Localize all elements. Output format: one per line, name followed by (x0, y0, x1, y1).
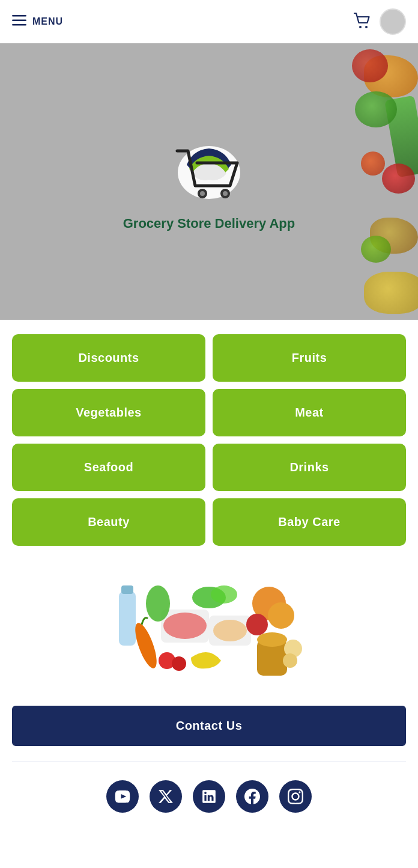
footer-divider (12, 762, 406, 762)
youtube-icon[interactable] (106, 780, 139, 813)
svg-rect-2 (12, 24, 26, 26)
grocery-image-section (0, 555, 418, 694)
svg-rect-0 (12, 15, 26, 17)
header: MENU (0, 0, 418, 43)
svg-point-14 (163, 613, 207, 639)
hamburger-icon (12, 15, 26, 28)
category-button-drinks[interactable]: Drinks (213, 444, 406, 491)
svg-point-3 (359, 26, 362, 28)
svg-rect-10 (119, 591, 136, 646)
svg-point-7 (200, 191, 205, 196)
cart-icon[interactable] (352, 11, 371, 32)
menu-label: MENU (32, 16, 63, 27)
food-decoration (316, 43, 418, 320)
category-button-vegetables[interactable]: Vegetables (12, 389, 205, 436)
svg-rect-1 (12, 20, 26, 22)
svg-point-19 (268, 602, 294, 629)
category-button-beauty[interactable]: Beauty (12, 498, 205, 546)
svg-point-26 (283, 653, 297, 668)
hero-content: Grocery Store Delivery App (123, 132, 295, 231)
category-button-fruits[interactable]: Fruits (213, 334, 406, 382)
category-button-discounts[interactable]: Discounts (12, 334, 205, 382)
hero-banner: Grocery Store Delivery App (0, 43, 418, 320)
svg-point-4 (365, 26, 368, 28)
svg-rect-11 (121, 585, 133, 594)
svg-point-28 (172, 656, 186, 671)
twitter-x-icon[interactable] (150, 780, 182, 813)
instagram-icon[interactable] (279, 780, 312, 813)
facebook-icon[interactable] (236, 780, 268, 813)
brand-logo (158, 132, 260, 216)
svg-point-22 (257, 632, 287, 647)
menu-button[interactable]: MENU (12, 15, 63, 28)
contact-section: Contact Us (0, 694, 418, 756)
linkedin-icon[interactable] (193, 780, 225, 813)
svg-point-17 (213, 620, 247, 641)
hero-title: Grocery Store Delivery App (123, 216, 295, 231)
svg-point-24 (211, 585, 237, 604)
svg-point-9 (223, 191, 228, 196)
svg-point-15 (146, 585, 170, 622)
category-button-seafood[interactable]: Seafood (12, 444, 205, 491)
grocery-collage (113, 567, 305, 688)
category-button-baby-care[interactable]: Baby Care (213, 498, 406, 546)
avatar[interactable] (380, 8, 406, 35)
category-button-meat[interactable]: Meat (213, 389, 406, 436)
svg-point-12 (131, 620, 161, 670)
contact-button[interactable]: Contact Us (12, 706, 406, 746)
svg-point-20 (246, 614, 268, 635)
header-actions (352, 8, 406, 35)
social-icons-row (0, 768, 418, 831)
category-grid: DiscountsFruitsVegetablesMeatSeafoodDrin… (0, 320, 418, 555)
